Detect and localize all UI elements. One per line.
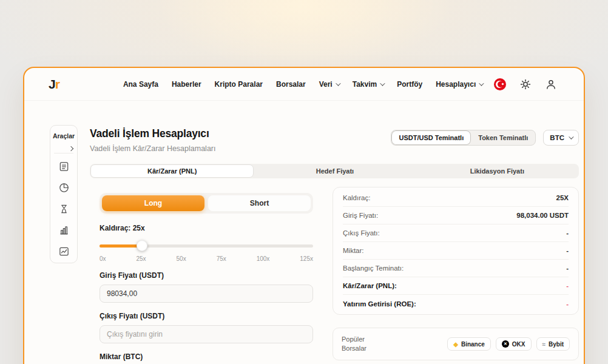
sidebar-tool-list [50,160,77,265]
line-chart-icon [58,246,70,257]
tick-label: 75x [217,255,226,262]
results-panel: Kaldıraç: 25X Giriş Fiyatı: 98,034.00 US… [333,187,579,315]
nav-menu: Ana Sayfa Haberler Kripto Paralar Borsal… [123,80,482,89]
exit-price-label: Çıkış Fiyatı (USDT) [100,312,313,320]
quantity-label: Miktar (BTC) [100,352,313,361]
top-navbar: Jr Ana Sayfa Haberler Kripto Paralar Bor… [24,68,584,101]
okx-icon: ✕ [502,340,509,348]
nav-item-takvim[interactable]: Takvim [353,80,383,89]
nav-item-borsalar[interactable]: Borsalar [276,80,306,89]
result-row-quantity: Miktar: - [343,242,569,260]
short-button[interactable]: Short [208,195,311,211]
leverage-label: Kaldıraç: 25x [100,224,313,232]
exit-price-input[interactable] [100,325,313,343]
nav-item-ana-sayfa[interactable]: Ana Sayfa [123,80,158,89]
chevron-right-icon [69,146,73,151]
tab-hedef-fiyati[interactable]: Hedef Fiyatı [254,164,416,178]
content-header: Vadeli İşlem Hesaplayıcı Vadeli İşlem Kâ… [90,127,579,153]
okx-button[interactable]: ✕ OKX [496,337,532,351]
sidebar-item-line-chart[interactable] [57,244,70,258]
nav-item-portfoy[interactable]: Portföy [397,80,422,89]
slider-fill [100,244,142,248]
bar-chart-icon [58,224,70,236]
tick-label: 125x [300,255,313,262]
page-background: Jr Ana Sayfa Haberler Kripto Paralar Bor… [0,0,608,364]
calculator-tabs: Kâr/Zarar (PNL) Hedef Fiyatı Likidasyon … [90,164,579,178]
long-button[interactable]: Long [102,195,204,211]
document-icon [58,161,70,172]
nav-item-haberler[interactable]: Haberler [172,80,201,89]
pie-chart-icon [58,182,70,194]
result-row-leverage: Kaldıraç: 25X [343,189,569,207]
sun-icon [519,78,532,90]
result-row-roe: Yatırım Getirisi (ROE): - [343,295,569,312]
slider-tick-labels: 0x 25x 50x 75x 100x 125x [100,255,313,262]
brand-logo[interactable]: Jr [49,77,59,92]
page-subtitle: Vadeli İşlem Kâr/Zarar Hesaplamaları [90,144,215,153]
tick-label: 25x [137,255,146,262]
leverage-slider[interactable] [100,240,313,251]
binance-button[interactable]: ◆ Binance [447,337,491,351]
collateral-toggle: USDT/USD Teminatlı Token Teminatlı [391,130,536,146]
tick-label: 50x [177,255,186,262]
calculator-form: Long Short Kaldıraç: 25x 0x 25x 50x 75x … [100,193,313,364]
entry-price-label: Giriş Fiyatı (USDT) [100,271,313,280]
result-row-pnl: Kâr/Zarar (PNL): - [343,277,569,295]
tick-label: 100x [257,255,270,262]
entry-price-input[interactable] [100,285,313,303]
chevron-down-icon [380,81,385,86]
user-account-button[interactable] [542,76,559,93]
result-row-entry-price: Giriş Fiyatı: 98,034.00 USDT [343,207,569,224]
tab-pnl[interactable]: Kâr/Zarar (PNL) [90,164,254,178]
user-icon [545,78,557,90]
nav-item-hesaplayici[interactable]: Hesaplayıcı [436,80,482,89]
exchange-buttons: ◆ Binance ✕ OKX ≈ Bybit [447,337,570,351]
popular-exchanges-title: Popüler Borsalar [342,335,366,353]
page-title: Vadeli İşlem Hesaplayıcı [90,127,215,140]
bybit-icon: ≈ [542,341,546,348]
chevron-down-icon [336,81,340,86]
tab-likidasyon-fiyati[interactable]: Likidasyon Fiyatı [416,164,578,178]
position-toggle: Long Short [100,193,313,214]
hourglass-icon [58,203,70,215]
slider-handle[interactable] [137,240,147,251]
sidebar-item-bar-chart[interactable] [57,223,70,237]
tick-label: 0x [100,255,106,262]
result-row-initial-margin: Başlangıç Teminatı: - [343,260,569,277]
turkish-flag-icon [494,78,506,90]
sidebar-title: Araçlar [50,126,77,140]
tools-sidebar: Araçlar [50,125,78,263]
title-block: Vadeli İşlem Hesaplayıcı Vadeli İşlem Kâ… [90,127,215,153]
navbar-actions [491,76,559,93]
coin-select[interactable]: BTC [543,130,579,146]
popular-exchanges-card: Popüler Borsalar ◆ Binance ✕ OKX ≈ Bybit [333,328,579,360]
sidebar-item-document[interactable] [57,160,70,173]
chevron-down-icon [569,134,573,139]
collateral-option-usdt[interactable]: USDT/USD Teminatlı [391,130,471,145]
binance-icon: ◆ [453,341,458,348]
bybit-button[interactable]: ≈ Bybit [536,337,570,351]
result-row-exit-price: Çıkış Fiyatı: - [343,224,569,242]
nav-item-veri[interactable]: Veri [319,80,339,89]
sidebar-item-pie[interactable] [57,181,70,194]
language-flag-button[interactable] [491,76,508,93]
sidebar-expand-button[interactable] [67,142,74,153]
nav-item-kripto-paralar[interactable]: Kripto Paralar [215,80,263,89]
header-controls: USDT/USD Teminatlı Token Teminatlı BTC [391,130,579,146]
main-card: Jr Ana Sayfa Haberler Kripto Paralar Bor… [23,67,585,364]
theme-toggle-button[interactable] [517,76,534,93]
chevron-down-icon [479,81,484,86]
collateral-option-token[interactable]: Token Teminatlı [471,130,535,145]
sidebar-item-hourglass[interactable] [57,202,70,215]
